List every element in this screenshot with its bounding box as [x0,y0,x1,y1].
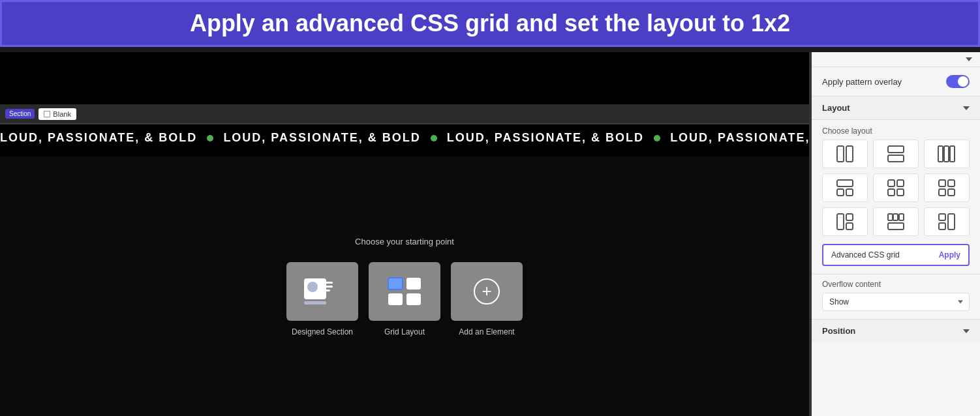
marquee-bar: LOUD, PASSIONATE, & BOLD LOUD, PASSIONAT… [0,124,809,151]
svg-rect-2 [321,282,333,284]
content-area: Choose your starting point Designed Sect… [0,156,809,416]
svg-rect-35 [939,214,945,220]
svg-rect-30 [846,223,853,230]
layout-section-label: Layout [822,103,850,113]
layout-btn-three-col[interactable] [924,140,970,168]
svg-rect-34 [888,223,904,230]
choose-layout-label: Choose layout [812,120,980,140]
svg-rect-19 [846,189,853,196]
svg-rect-12 [888,146,904,153]
col-row-icon [887,179,905,197]
apply-pattern-overlay-row: Apply pattern overlay [812,67,980,97]
designed-section-icon [303,275,342,308]
grid-layout-card[interactable]: Grid Layout [369,262,440,336]
overflow-select-wrapper: Show Hide Scroll [822,293,970,311]
panel-top [812,52,980,67]
apply-pattern-toggle[interactable] [946,75,970,88]
marquee-inner: LOUD, PASSIONATE, & BOLD LOUD, PASSIONAT… [0,131,809,145]
grid-layout-box[interactable] [369,262,440,321]
top-bar: Section Blank [0,104,809,124]
two-row-icon [887,145,905,163]
row-col-icon [836,179,854,197]
add-icon: + [474,278,500,305]
right-panel: Apply pattern overlay Layout Choose layo… [812,52,980,416]
svg-rect-7 [406,278,421,290]
layout-btn-col-row[interactable] [873,173,919,202]
svg-rect-9 [406,293,421,305]
four-grid-icon [938,179,956,197]
svg-rect-23 [897,189,904,196]
position-chevron-icon[interactable] [963,329,970,333]
overflow-select[interactable]: Show Hide Scroll [822,293,970,311]
apply-pattern-label: Apply pattern overlay [822,77,902,87]
tab-label: Blank [53,110,71,118]
svg-rect-11 [846,146,853,162]
three-col-icon [938,145,956,163]
position-section-header[interactable]: Position [812,319,980,342]
overflow-section: Overflow content Show Hide Scroll [812,274,980,319]
advanced-css-grid-row: Advanced CSS grid Apply [822,244,970,266]
svg-rect-21 [897,180,904,186]
cards-row: Designed Section Grid Layout + [286,262,523,336]
layout-btn-four-grid[interactable] [924,173,970,202]
marquee-text: LOUD, PASSIONATE, & BOLD [670,131,809,144]
blank-tab[interactable]: Blank [38,108,76,120]
svg-rect-29 [846,214,853,220]
svg-rect-37 [939,223,945,230]
layout-btn-row-col[interactable] [822,173,868,202]
svg-rect-16 [950,146,955,162]
svg-point-1 [307,282,318,292]
svg-rect-26 [939,189,945,196]
svg-rect-24 [939,180,945,186]
canvas-area: Section Blank LOUD, PASSIONATE, & BOLD L… [0,52,809,416]
apply-button[interactable]: Apply [939,250,960,260]
overflow-label: Overflow content [822,275,970,293]
layout-btn-three-right[interactable] [924,207,970,236]
panel-dropdown-icon[interactable] [966,57,972,61]
svg-rect-3 [321,286,333,288]
svg-rect-25 [948,180,955,186]
layout-chevron-icon[interactable] [963,106,970,110]
tall-left-icon [836,213,854,231]
svg-rect-6 [388,278,403,290]
add-element-card[interactable]: + Add an Element [451,262,523,336]
layout-btn-two-col[interactable] [822,140,868,168]
instruction-banner: Apply an advanced CSS grid and set the l… [0,0,980,47]
grid-layout-icon [387,275,422,308]
dot-icon [654,135,660,141]
section-badge: Section [5,109,35,119]
layout-btn-three-equal[interactable] [873,207,919,236]
grid-layout-label: Grid Layout [384,327,425,336]
svg-rect-36 [948,214,955,230]
layout-section-header[interactable]: Layout [812,97,980,120]
dot-icon [431,135,437,141]
svg-rect-17 [837,180,853,186]
svg-rect-27 [948,189,955,196]
marquee-text: LOUD, PASSIONATE, & BOLD [447,131,644,144]
designed-section-box[interactable] [286,262,358,321]
three-equal-icon [887,213,905,231]
svg-rect-31 [888,214,893,220]
designed-section-card[interactable]: Designed Section [286,262,358,336]
dot-icon [207,135,213,141]
marquee-text: LOUD, PASSIONATE, & BOLD [0,131,197,144]
three-right-icon [938,213,956,231]
position-label: Position [822,326,855,336]
svg-rect-4 [321,290,330,291]
svg-rect-8 [388,293,403,305]
svg-rect-5 [304,301,326,305]
advanced-css-label: Advanced CSS grid [831,250,900,260]
marquee-text: LOUD, PASSIONATE, & BOLD [223,131,420,144]
svg-rect-32 [893,214,898,220]
svg-rect-22 [888,189,895,196]
designed-section-label: Designed Section [292,327,353,336]
svg-rect-33 [899,214,904,220]
layout-btn-tall-left[interactable] [822,207,868,236]
add-element-label: Add an Element [459,327,514,336]
two-col-icon [836,145,854,163]
add-element-box[interactable]: + [451,262,523,321]
tab-checkbox-icon [44,111,50,117]
choose-label: Choose your starting point [355,237,454,246]
svg-rect-20 [888,180,895,186]
layout-btn-two-row[interactable] [873,140,919,168]
